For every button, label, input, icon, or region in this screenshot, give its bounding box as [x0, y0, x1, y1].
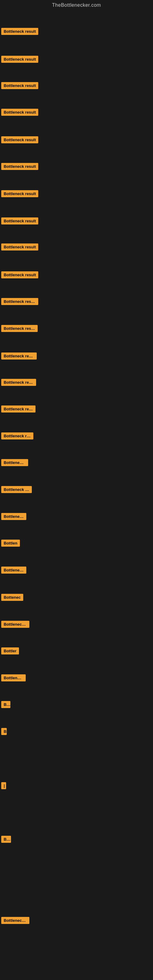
bottleneck-result-label[interactable]: Bot: [1, 836, 11, 843]
bottleneck-result-row: Bottleneck result: [1, 163, 38, 171]
bottleneck-result-label[interactable]: Bottleneck result: [1, 353, 37, 360]
bottleneck-result-row: Bottleneck: [1, 513, 26, 521]
bottleneck-result-row: Bottleneck result: [1, 298, 38, 306]
bottleneck-result-label[interactable]: Bottlen: [1, 539, 20, 547]
bottleneck-result-row: Bottleneck: [1, 566, 26, 575]
bottleneck-result-label[interactable]: Bottleneck result: [1, 243, 38, 250]
bottleneck-result-label[interactable]: Bottleneck r: [1, 459, 28, 466]
bottleneck-result-row: Bottleneck result: [1, 379, 36, 387]
bottleneck-result-row: Bottleneck result: [1, 218, 38, 226]
bottleneck-result-row: B: [1, 728, 7, 736]
bottleneck-result-row: Bottleneck result: [1, 271, 38, 280]
bottleneck-result-row: Bottlen: [1, 539, 20, 548]
bottleneck-result-label[interactable]: Bottleneck result: [1, 56, 38, 63]
bottleneck-result-row: Bottenec: [1, 594, 23, 602]
bottleneck-result-label[interactable]: Bottleneck result: [1, 163, 38, 170]
bottleneck-result-row: Bottleneck re: [1, 917, 29, 925]
bottleneck-result-label[interactable]: Bottleneck result: [1, 433, 33, 439]
bottleneck-result-label[interactable]: Bottler: [1, 648, 19, 654]
bottleneck-result-row: Bottleneck result: [1, 28, 38, 36]
bottleneck-result-label[interactable]: B: [1, 728, 7, 735]
bottleneck-result-row: Bottleneck result: [1, 406, 35, 414]
bottleneck-result-row: Bo: [1, 701, 10, 709]
bottleneck-result-row: Bottleneck result: [1, 109, 38, 117]
bottleneck-result-label[interactable]: Bottleneck: [1, 675, 26, 681]
site-title: TheBottlenecker.com: [0, 0, 153, 10]
bottleneck-result-label[interactable]: Bottleneck result: [1, 136, 38, 143]
bottleneck-result-label[interactable]: Bottleneck result: [1, 28, 38, 35]
bottleneck-result-row: Bot: [1, 836, 11, 844]
bottleneck-result-label[interactable]: Bottleneck: [1, 566, 26, 574]
bottleneck-result-label[interactable]: Bottleneck re: [1, 621, 29, 628]
bottleneck-result-label[interactable]: Bottleneck result: [1, 325, 38, 332]
bottleneck-result-row: Bottleneck result: [1, 82, 38, 90]
bottleneck-result-label[interactable]: Bottleneck result: [1, 109, 38, 116]
bottleneck-result-row: Bottleneck result: [1, 243, 38, 252]
bottleneck-result-row: Bottleneck re: [1, 621, 29, 629]
bottleneck-result-label[interactable]: Bottleneck result: [1, 406, 35, 412]
bottleneck-result-label[interactable]: Bottleneck result: [1, 298, 38, 305]
bottleneck-result-label[interactable]: Bottleneck: [1, 513, 26, 520]
bottleneck-result-label[interactable]: Bottleneck result: [1, 379, 36, 386]
bottleneck-result-label[interactable]: Bottleneck result: [1, 218, 38, 224]
bottleneck-result-row: Bottleneck r: [1, 459, 28, 467]
bottleneck-result-row: Bottleneck result: [1, 136, 38, 145]
bottleneck-result-row: Bottleneck result: [1, 353, 37, 361]
bottleneck-result-row: Bottler: [1, 648, 19, 656]
bottleneck-result-row: |: [1, 782, 6, 791]
bottleneck-result-row: Bottleneck resu: [1, 486, 32, 494]
bottleneck-result-label[interactable]: Bottleneck result: [1, 82, 38, 89]
bottleneck-result-row: Bottleneck result: [1, 433, 33, 441]
bottleneck-result-label[interactable]: Bottleneck result: [1, 190, 38, 197]
bottleneck-result-label[interactable]: Bottenec: [1, 594, 23, 601]
bottleneck-result-label[interactable]: |: [1, 782, 6, 789]
bottleneck-result-label[interactable]: Bottleneck result: [1, 271, 38, 278]
bottleneck-result-row: Bottleneck: [1, 675, 26, 682]
bottleneck-result-label[interactable]: Bottleneck re: [1, 917, 29, 924]
bottleneck-result-label[interactable]: Bo: [1, 701, 10, 708]
bottleneck-result-row: Bottleneck result: [1, 190, 38, 199]
bottleneck-result-row: Bottleneck result: [1, 56, 38, 64]
bottleneck-result-row: Bottleneck result: [1, 325, 38, 333]
bottleneck-result-label[interactable]: Bottleneck resu: [1, 486, 32, 493]
